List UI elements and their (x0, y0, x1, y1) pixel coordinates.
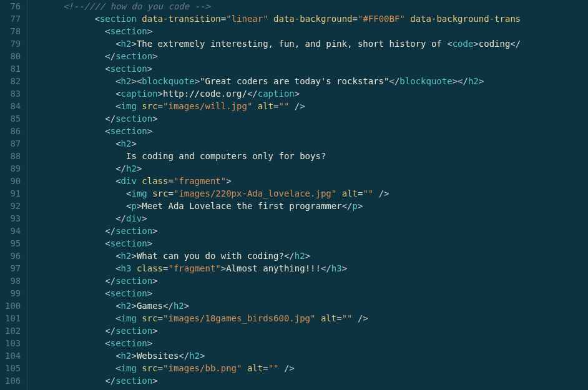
line-number: 89 (5, 162, 21, 175)
code-line[interactable]: </section> (31, 275, 521, 287)
line-number: 100 (5, 300, 21, 312)
code-line[interactable]: <img src="images/220px-Ada_lovelace.jpg"… (31, 187, 521, 200)
code-line[interactable]: <h2>What can you do with coding?</h2> (31, 250, 521, 262)
line-number: 94 (5, 225, 21, 237)
line-number: 106 (5, 374, 21, 387)
code-line[interactable]: <h2>Games</h2> (31, 300, 521, 312)
line-number: 79 (5, 37, 21, 50)
code-line[interactable]: <h2> (31, 137, 521, 150)
line-number: 99 (5, 287, 21, 300)
code-line[interactable]: <section> (31, 25, 521, 37)
code-line[interactable]: </div> (31, 212, 521, 225)
line-number: 104 (5, 349, 21, 362)
code-editor[interactable]: 7677787980818283848586878889909192939495… (0, 0, 588, 390)
line-number: 82 (5, 75, 21, 87)
code-line[interactable]: </section> (31, 112, 521, 125)
code-line[interactable]: <caption>http://code.org/</caption> (31, 87, 521, 100)
line-number: 85 (5, 112, 21, 125)
line-number: 95 (5, 237, 21, 250)
line-number: 93 (5, 212, 21, 225)
code-line[interactable]: <div class="fragment"> (31, 175, 521, 187)
line-number: 87 (5, 137, 21, 150)
code-line[interactable]: <section> (31, 337, 521, 349)
code-line[interactable]: <section> (31, 125, 521, 137)
line-number: 98 (5, 275, 21, 287)
code-line[interactable]: <img src="images/bb.png" alt="" /> (31, 362, 521, 374)
line-number: 81 (5, 62, 21, 75)
line-number: 96 (5, 250, 21, 262)
code-line[interactable]: Is coding and computers only for boys? (31, 150, 521, 162)
line-number: 86 (5, 125, 21, 137)
line-number: 77 (5, 12, 21, 25)
line-number: 90 (5, 175, 21, 187)
code-line[interactable]: <img src="images/18games_birds600.jpg" a… (31, 312, 521, 324)
line-number: 76 (5, 0, 21, 12)
code-line[interactable]: </section> (31, 324, 521, 337)
code-line[interactable]: <section> (31, 287, 521, 300)
code-line[interactable]: <h3 class="fragment">Almost anything!!!<… (31, 262, 521, 275)
code-line[interactable]: <!--//// how do you code --> (31, 0, 521, 12)
code-line[interactable]: </section> (31, 225, 521, 237)
line-number: 101 (5, 312, 21, 324)
code-line[interactable]: <section data-transition="linear" data-b… (31, 12, 521, 25)
code-line[interactable]: <section> (31, 237, 521, 250)
line-number: 83 (5, 87, 21, 100)
code-line[interactable]: </section> (31, 374, 521, 387)
line-number: 105 (5, 362, 21, 374)
line-number: 92 (5, 200, 21, 212)
code-line[interactable]: <section> (31, 62, 521, 75)
line-number: 84 (5, 100, 21, 112)
line-number: 80 (5, 50, 21, 62)
code-line[interactable]: <p>Meet Ada Lovelace the first programme… (31, 200, 521, 212)
code-line[interactable]: </h2> (31, 162, 521, 175)
line-number: 103 (5, 337, 21, 349)
code-content[interactable]: <!--//// how do you code --> <section da… (27, 0, 521, 390)
line-number: 91 (5, 187, 21, 200)
line-number: 102 (5, 324, 21, 337)
code-line[interactable]: <h2>Websites</h2> (31, 349, 521, 362)
line-number: 88 (5, 150, 21, 162)
code-line[interactable]: </section> (31, 50, 521, 62)
line-number: 78 (5, 25, 21, 37)
line-number: 97 (5, 262, 21, 275)
code-line[interactable]: <h2><blockquote>"Great coders are today'… (31, 75, 521, 87)
line-number-gutter: 7677787980818283848586878889909192939495… (0, 0, 27, 390)
code-line[interactable]: <h2>The extremely interesting, fun, and … (31, 37, 521, 50)
code-line[interactable]: <img src="images/will.jpg" alt="" /> (31, 100, 521, 112)
